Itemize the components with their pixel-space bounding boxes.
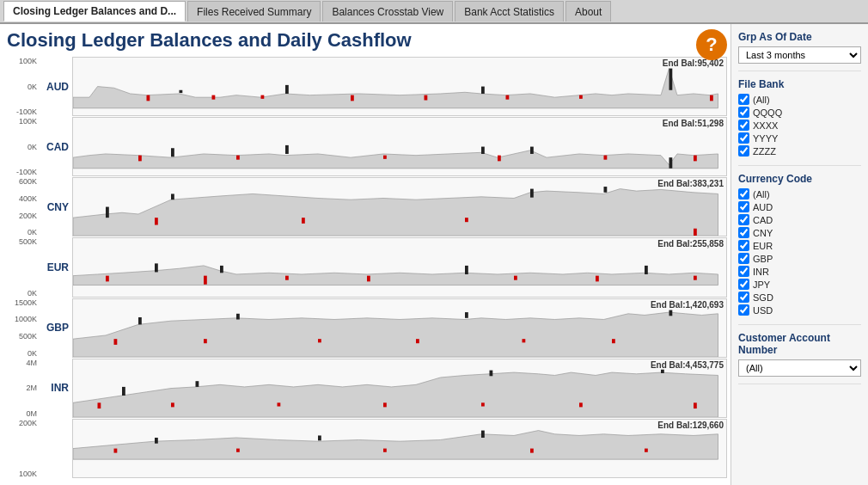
currency-label-2: CNY — [40, 177, 72, 236]
svg-rect-46 — [114, 339, 118, 345]
currency-checkbox-0[interactable] — [738, 188, 749, 200]
svg-rect-63 — [155, 438, 158, 444]
file-bank-checkbox-3[interactable] — [738, 132, 749, 144]
svg-rect-5 — [212, 95, 216, 100]
svg-rect-20 — [498, 156, 501, 162]
file-bank-item-1: QQQQ — [738, 107, 861, 118]
tab-files-received[interactable]: Files Received Summary — [187, 1, 321, 21]
currency-checkbox-9[interactable] — [738, 304, 749, 316]
tab-closing-ledger[interactable]: Closing Ledger Balances and D... — [3, 1, 186, 21]
chart-svg-0 — [73, 58, 726, 115]
svg-rect-36 — [204, 276, 207, 285]
svg-rect-24 — [171, 194, 174, 200]
svg-rect-40 — [596, 276, 599, 282]
currency-checkbox-1[interactable] — [738, 201, 749, 212]
chart-svg-3 — [73, 238, 726, 296]
svg-rect-53 — [196, 381, 199, 387]
file-bank-checkbox-1[interactable] — [738, 107, 749, 118]
chart-row-: 200K100KEnd Bal:129,660 — [3, 419, 727, 478]
svg-rect-12 — [171, 148, 174, 157]
currency-item-7: JPY — [738, 279, 861, 290]
currency-checkbox-5[interactable] — [738, 253, 749, 264]
svg-rect-57 — [171, 402, 174, 407]
y-axis-1: 100K0K-100K — [3, 117, 40, 176]
chart-body-3: End Bal:255,858 — [72, 237, 727, 297]
grp-date-dropdown[interactable]: Last 3 months — [738, 46, 861, 64]
chart-body-2: End Bal:383,231 — [72, 177, 727, 236]
svg-rect-51 — [612, 339, 615, 343]
tab-balances-crosstab[interactable]: Balances Crosstab View — [322, 1, 453, 21]
currency-label-0: AUD — [40, 57, 72, 116]
currency-item-3: CNY — [738, 227, 861, 238]
customer-acct-dropdown[interactable]: (All) — [738, 359, 861, 377]
svg-rect-27 — [155, 218, 158, 224]
svg-rect-56 — [98, 402, 101, 408]
svg-rect-18 — [236, 156, 240, 160]
svg-rect-39 — [514, 276, 517, 280]
currency-item-8: SGD — [738, 292, 861, 303]
svg-rect-33 — [465, 266, 468, 274]
file-bank-checkbox-2[interactable] — [738, 120, 749, 131]
svg-rect-8 — [425, 95, 428, 101]
svg-rect-22 — [694, 156, 697, 162]
svg-rect-42 — [138, 317, 142, 324]
svg-rect-43 — [236, 313, 240, 319]
chart-svg-5 — [73, 359, 726, 417]
svg-rect-47 — [204, 339, 207, 343]
y-axis-2: 600K400K200K0K — [3, 177, 40, 236]
customer-acct-section: Customer Account Number (All) — [738, 332, 861, 384]
tab-about[interactable]: About — [565, 1, 611, 21]
svg-rect-16 — [669, 157, 673, 169]
chart-svg-6 — [73, 420, 726, 477]
file-bank-title: File Bank — [738, 78, 861, 90]
currency-checkbox-3[interactable] — [738, 227, 749, 238]
grp-date-title: Grp As Of Date — [738, 31, 861, 43]
svg-rect-1 — [285, 85, 289, 94]
grp-date-section: Grp As Of Date Last 3 months — [738, 31, 861, 71]
file-bank-item-4: ZZZZ — [738, 145, 861, 157]
svg-rect-48 — [318, 339, 321, 342]
file-bank-item-0: (All) — [738, 94, 861, 105]
tab-bank-acct[interactable]: Bank Acct Statistics — [455, 1, 564, 21]
chart-body-0: End Bal:95,402 — [72, 57, 727, 116]
file-bank-checkbox-0[interactable] — [738, 94, 749, 105]
file-bank-item-3: YYYY — [738, 132, 861, 144]
svg-rect-68 — [383, 448, 387, 451]
customer-acct-title: Customer Account Number — [738, 332, 861, 356]
chart-row-inr: 4M2M0MINREnd Bal:4,453,775 — [3, 359, 727, 418]
sidebar: Grp As Of Date Last 3 months File Bank (… — [730, 24, 868, 485]
svg-rect-69 — [530, 448, 534, 452]
svg-rect-34 — [645, 266, 648, 274]
svg-rect-62 — [694, 402, 697, 408]
currency-label-4: GBP — [40, 298, 72, 358]
chart-svg-1 — [73, 118, 726, 175]
currency-item-4: EUR — [738, 240, 861, 251]
svg-rect-49 — [416, 339, 419, 343]
end-bal-4: End Bal:1,420,693 — [651, 300, 724, 310]
svg-rect-52 — [122, 387, 125, 396]
svg-rect-26 — [604, 187, 608, 193]
y-axis-3: 500K0K — [3, 237, 40, 297]
currency-checkbox-7[interactable] — [738, 279, 749, 290]
currency-code-section: Currency Code (All)AUDCADCNYEURGBPINRJPY… — [738, 173, 861, 325]
svg-rect-23 — [106, 207, 109, 218]
svg-rect-65 — [481, 430, 485, 437]
help-button[interactable]: ? — [696, 29, 727, 60]
svg-rect-6 — [261, 95, 265, 99]
svg-rect-29 — [465, 218, 468, 222]
svg-rect-55 — [661, 369, 664, 372]
svg-rect-54 — [490, 370, 493, 376]
svg-rect-61 — [579, 402, 583, 407]
y-axis-0: 100K0K-100K — [3, 57, 40, 116]
svg-rect-66 — [114, 448, 118, 452]
currency-checkbox-2[interactable] — [738, 214, 749, 225]
file-bank-checkbox-4[interactable] — [738, 145, 749, 157]
currency-checkbox-6[interactable] — [738, 266, 749, 277]
chart-body-5: End Bal:4,453,775 — [72, 359, 727, 418]
svg-rect-3 — [669, 69, 673, 90]
main-container: Closing Ledger Balances and Daily Cashfl… — [0, 24, 868, 485]
currency-checkbox-8[interactable] — [738, 292, 749, 303]
currency-checkbox-4[interactable] — [738, 240, 749, 251]
chart-area: Closing Ledger Balances and Daily Cashfl… — [0, 24, 730, 485]
y-axis-4: 1500K1000K500K0K — [3, 298, 40, 358]
